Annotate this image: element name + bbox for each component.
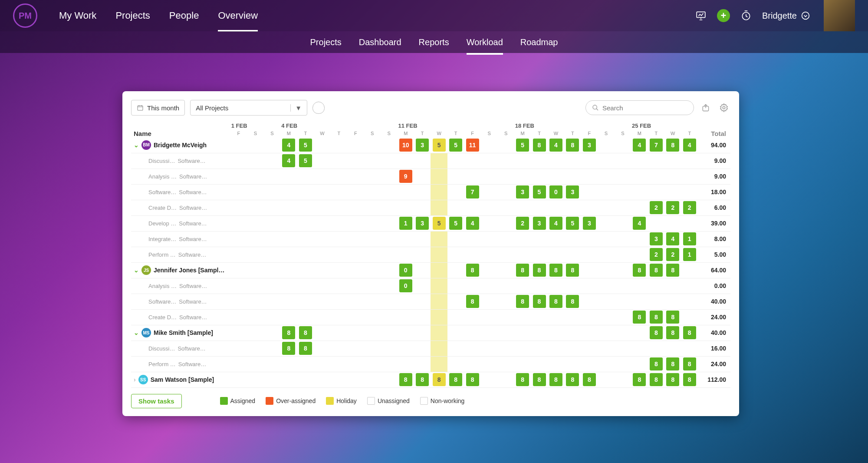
workload-cell[interactable]: 5 — [299, 139, 312, 152]
export-icon[interactable] — [699, 101, 712, 114]
workload-cell[interactable]: 8 — [683, 373, 696, 386]
tab-workload[interactable]: Workload — [467, 32, 503, 53]
workload-cell[interactable]: 8 — [650, 311, 663, 324]
nav-projects[interactable]: Projects — [115, 1, 150, 30]
workload-cell[interactable]: 11 — [466, 139, 479, 152]
show-tasks-button[interactable]: Show tasks — [131, 394, 182, 408]
workload-cell[interactable]: 8 — [683, 326, 696, 339]
collapse-icon[interactable]: ⌄ — [134, 329, 139, 336]
workload-cell[interactable]: 1 — [683, 232, 696, 245]
workload-cell[interactable]: 8 — [666, 311, 679, 324]
app-logo[interactable]: PM — [13, 3, 37, 28]
workload-cell[interactable]: 5 — [566, 217, 579, 230]
workload-cell[interactable]: 7 — [466, 185, 479, 198]
workload-cell[interactable]: 8 — [299, 326, 312, 339]
workload-cell[interactable]: 2 — [683, 201, 696, 214]
gear-icon[interactable] — [717, 101, 730, 114]
workload-cell[interactable]: 2 — [666, 248, 679, 261]
workload-cell[interactable]: 3 — [566, 185, 579, 198]
workload-cell[interactable]: 10 — [399, 139, 412, 152]
workload-cell[interactable]: 8 — [516, 264, 529, 277]
workload-cell[interactable]: 8 — [650, 264, 663, 277]
workload-cell[interactable]: 8 — [583, 373, 596, 386]
workload-cell[interactable]: 5 — [533, 185, 546, 198]
workload-cell[interactable]: 4 — [549, 217, 562, 230]
workload-cell[interactable]: 1 — [683, 248, 696, 261]
nav-my-work[interactable]: My Work — [59, 1, 96, 30]
collapse-icon[interactable]: ⌄ — [134, 267, 139, 274]
workload-cell[interactable]: 8 — [566, 295, 579, 308]
workload-cell[interactable]: 8 — [533, 373, 546, 386]
workload-cell[interactable]: 8 — [666, 373, 679, 386]
nav-people[interactable]: People — [169, 1, 199, 30]
workload-cell[interactable]: 3 — [416, 217, 429, 230]
workload-cell[interactable]: 5 — [449, 139, 462, 152]
workload-cell[interactable]: 5 — [433, 139, 446, 152]
timer-icon[interactable] — [740, 9, 753, 22]
workload-cell[interactable]: 4 — [633, 139, 646, 152]
workload-cell[interactable]: 3 — [583, 139, 596, 152]
workload-cell[interactable]: 8 — [466, 373, 479, 386]
workload-cell[interactable]: 5 — [449, 217, 462, 230]
workload-cell[interactable]: 8 — [416, 373, 429, 386]
workload-cell[interactable]: 8 — [516, 295, 529, 308]
workload-cell[interactable]: 8 — [650, 357, 663, 370]
project-filter[interactable]: All Projects ▼ — [190, 100, 307, 116]
workload-cell[interactable]: 8 — [549, 373, 562, 386]
workload-cell[interactable]: 2 — [650, 248, 663, 261]
tab-roadmap[interactable]: Roadmap — [520, 32, 558, 53]
workload-cell[interactable]: 8 — [633, 311, 646, 324]
workload-cell[interactable]: 8 — [282, 342, 295, 355]
workload-cell[interactable]: 3 — [416, 139, 429, 152]
expand-icon[interactable]: › — [134, 376, 136, 383]
date-range-button[interactable]: This month — [131, 100, 185, 116]
workload-cell[interactable]: 8 — [683, 357, 696, 370]
workload-cell[interactable]: 8 — [466, 295, 479, 308]
workload-cell[interactable]: 8 — [533, 295, 546, 308]
workload-cell[interactable]: 3 — [516, 185, 529, 198]
workload-cell[interactable]: 2 — [516, 217, 529, 230]
presentation-icon[interactable] — [694, 9, 707, 22]
workload-cell[interactable]: 4 — [466, 217, 479, 230]
workload-cell[interactable]: 8 — [666, 357, 679, 370]
workload-cell[interactable]: 7 — [650, 139, 663, 152]
workload-cell[interactable]: 5 — [516, 139, 529, 152]
workload-cell[interactable]: 4 — [633, 217, 646, 230]
workload-cell[interactable]: 8 — [449, 373, 462, 386]
workload-cell[interactable]: 8 — [433, 373, 446, 386]
workload-cell[interactable]: 0 — [549, 185, 562, 198]
workload-cell[interactable]: 8 — [650, 326, 663, 339]
workload-cell[interactable]: 8 — [549, 295, 562, 308]
nav-overview[interactable]: Overview — [218, 1, 258, 30]
workload-cell[interactable]: 8 — [516, 373, 529, 386]
workload-cell[interactable]: 5 — [433, 217, 446, 230]
workload-cell[interactable]: 8 — [666, 139, 679, 152]
workload-cell[interactable]: 0 — [399, 264, 412, 277]
workload-cell[interactable]: 8 — [566, 139, 579, 152]
workload-cell[interactable]: 0 — [399, 279, 412, 292]
add-button[interactable]: + — [717, 9, 730, 22]
tab-reports[interactable]: Reports — [419, 32, 449, 53]
workload-cell[interactable]: 9 — [399, 170, 412, 183]
workload-cell[interactable]: 8 — [282, 326, 295, 339]
workload-cell[interactable]: 4 — [666, 232, 679, 245]
workload-cell[interactable]: 5 — [299, 154, 312, 167]
workload-cell[interactable]: 2 — [650, 201, 663, 214]
workload-cell[interactable]: 4 — [282, 139, 295, 152]
avatar[interactable] — [824, 0, 855, 31]
workload-cell[interactable]: 8 — [299, 342, 312, 355]
workload-cell[interactable]: 4 — [282, 154, 295, 167]
workload-cell[interactable]: 8 — [666, 326, 679, 339]
workload-cell[interactable]: 2 — [666, 201, 679, 214]
tab-projects[interactable]: Projects — [310, 32, 342, 53]
workload-cell[interactable]: 4 — [683, 139, 696, 152]
workload-cell[interactable]: 8 — [650, 373, 663, 386]
workload-cell[interactable]: 4 — [549, 139, 562, 152]
workload-cell[interactable]: 8 — [666, 264, 679, 277]
workload-cell[interactable]: 3 — [650, 232, 663, 245]
workload-cell[interactable]: 8 — [466, 264, 479, 277]
workload-cell[interactable]: 8 — [399, 373, 412, 386]
user-menu[interactable]: Bridgette — [762, 11, 810, 21]
workload-cell[interactable]: 8 — [533, 264, 546, 277]
workload-cell[interactable]: 8 — [633, 373, 646, 386]
